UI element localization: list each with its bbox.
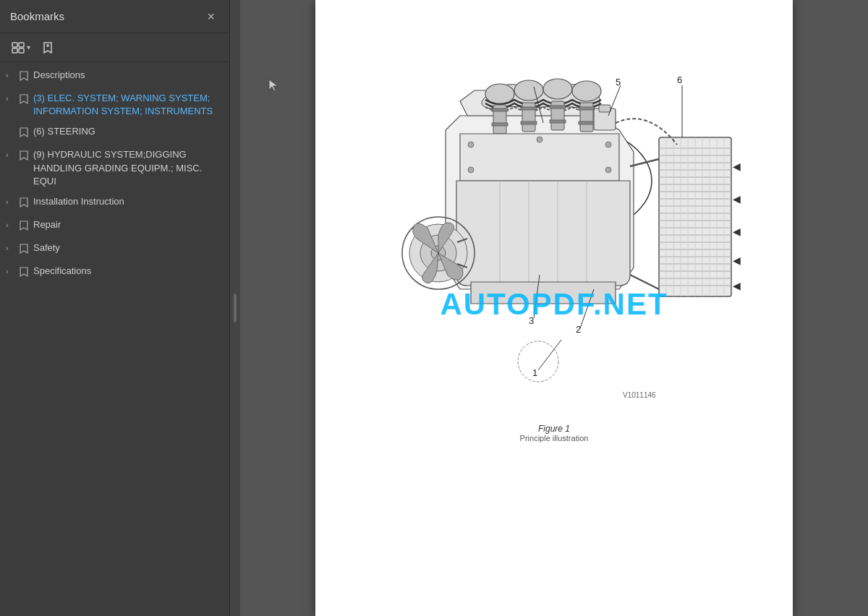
- svg-point-33: [605, 167, 611, 173]
- svg-rect-1: [19, 43, 24, 47]
- svg-rect-29: [579, 121, 595, 124]
- bookmarks-list: › Descriptions › (3) ELEC. SYSTEM; WARNI…: [0, 62, 229, 616]
- sidebar-item-specifications[interactable]: › Specifications: [0, 261, 229, 284]
- sidebar-item-installation[interactable]: › Installation Instruction: [0, 192, 229, 215]
- sidebar-item-label-elec: (3) ELEC. SYSTEM; WARNING SYSTEM; INFORM…: [33, 92, 222, 118]
- sidebar-header: Bookmarks ×: [0, 0, 229, 33]
- svg-text:2: 2: [576, 324, 581, 335]
- svg-point-34: [537, 137, 542, 142]
- grid-icon: [11, 40, 25, 55]
- expand-arrow-installation: ›: [6, 197, 16, 206]
- bookmark-add-button[interactable]: [37, 38, 59, 57]
- sidebar-item-hydraulic[interactable]: › (9) HYDRAULIC SYSTEM;DIGGING HANDLING …: [0, 145, 229, 192]
- figure-caption: Figure 1 Principle illustration: [520, 424, 589, 442]
- expand-arrow-repair: ›: [6, 221, 16, 229]
- svg-point-30: [468, 142, 474, 147]
- svg-rect-24: [521, 107, 537, 110]
- pdf-page: AUTOPDF.NET 4 5 6 3 2 1: [315, 0, 793, 616]
- main-content-area: AUTOPDF.NET 4 5 6 3 2 1: [240, 0, 868, 616]
- sidebar-item-safety[interactable]: › Safety: [0, 238, 229, 261]
- svg-text:1: 1: [532, 367, 537, 378]
- sidebar-item-steering[interactable]: › (6) STEERING: [0, 121, 229, 145]
- svg-point-16: [543, 79, 572, 99]
- expand-arrow-safety: ›: [6, 244, 16, 252]
- svg-point-32: [468, 167, 474, 173]
- layout-view-button[interactable]: ▾: [7, 38, 34, 57]
- svg-rect-22: [492, 108, 508, 111]
- svg-text:3: 3: [529, 315, 534, 326]
- svg-point-31: [605, 142, 611, 147]
- svg-point-15: [514, 80, 543, 100]
- svg-rect-28: [579, 107, 595, 110]
- resize-handle-visual: [234, 294, 237, 322]
- bookmark-icon-elec: [19, 93, 30, 107]
- sidebar-item-label-descriptions: Descriptions: [33, 69, 222, 82]
- sidebar-item-label-safety: Safety: [33, 241, 222, 254]
- close-button[interactable]: ×: [203, 9, 219, 25]
- svg-rect-2: [12, 48, 17, 53]
- svg-rect-79: [599, 105, 610, 112]
- sidebar-toolbar: ▾: [0, 33, 229, 62]
- engine-diagram: 4 5 6 3 2 1: [344, 36, 764, 412]
- sidebar-item-repair[interactable]: › Repair: [0, 215, 229, 238]
- svg-text:◀: ◀: [733, 193, 741, 205]
- bookmark-icon-safety: [19, 243, 30, 257]
- sidebar-item-descriptions[interactable]: › Descriptions: [0, 65, 229, 88]
- svg-text:5: 5: [616, 77, 621, 87]
- svg-rect-27: [550, 120, 566, 123]
- expand-arrow-specifications: ›: [6, 267, 16, 275]
- bookmark-icon-hydraulic: [19, 150, 30, 163]
- resize-handle[interactable]: [230, 0, 240, 616]
- sidebar-item-elec-system[interactable]: › (3) ELEC. SYSTEM; WARNING SYSTEM; INFO…: [0, 88, 229, 121]
- bookmark-icon-steering: [19, 127, 30, 140]
- svg-text:6: 6: [677, 74, 682, 85]
- bookmark-icon: [41, 40, 55, 55]
- sidebar-item-label-specifications: Specifications: [33, 265, 222, 278]
- bookmark-icon-repair: [19, 220, 30, 234]
- sidebar-item-label-steering: (6) STEERING: [33, 125, 222, 138]
- svg-text:◀: ◀: [733, 254, 741, 266]
- sidebar-title: Bookmarks: [10, 10, 64, 22]
- svg-rect-3: [19, 48, 24, 53]
- sidebar-item-label-repair: Repair: [33, 218, 222, 231]
- expand-arrow-descriptions: ›: [6, 71, 16, 80]
- sidebar-item-label-hydraulic: (9) HYDRAULIC SYSTEM;DIGGING HANDLING GR…: [33, 148, 222, 188]
- mouse-cursor: [268, 78, 279, 93]
- svg-text:V1011146: V1011146: [623, 391, 656, 399]
- svg-rect-25: [521, 121, 537, 124]
- bookmark-icon-installation: [19, 197, 30, 210]
- layout-arrow-icon: ▾: [27, 43, 30, 51]
- bookmarks-sidebar: Bookmarks × ▾: [0, 0, 230, 616]
- figure-area: 4 5 6 3 2 1: [344, 22, 764, 442]
- svg-rect-0: [12, 43, 17, 47]
- expand-arrow-hydraulic: ›: [6, 150, 16, 159]
- figure-title: Figure 1: [520, 424, 589, 434]
- svg-point-17: [572, 81, 601, 101]
- svg-text:◀: ◀: [733, 226, 741, 237]
- expand-arrow-elec: ›: [6, 94, 16, 103]
- svg-text:◀: ◀: [733, 161, 741, 172]
- svg-rect-26: [550, 106, 566, 108]
- svg-rect-23: [492, 123, 508, 126]
- bookmark-icon-specifications: [19, 266, 30, 280]
- sidebar-item-label-installation: Installation Instruction: [33, 195, 222, 208]
- svg-text:◀: ◀: [733, 280, 741, 291]
- bookmark-icon-descriptions: [19, 70, 30, 84]
- figure-description: Principle illustration: [520, 434, 589, 442]
